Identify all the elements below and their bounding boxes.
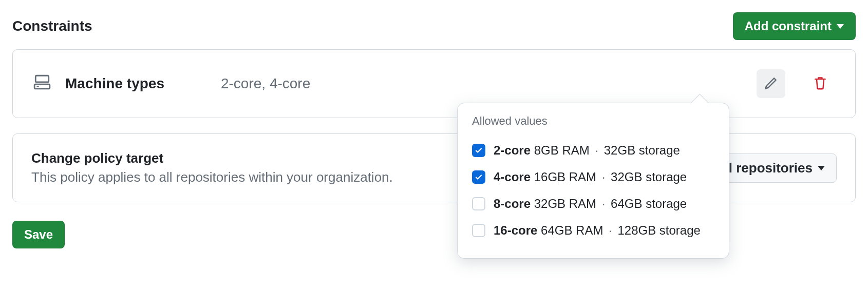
add-constraint-button[interactable]: Add constraint bbox=[733, 12, 856, 40]
allowed-values-popover: Allowed values 2-core 8GB RAM · 32GB sto… bbox=[457, 103, 729, 259]
machine-type-option[interactable]: 16-core 64GB RAM · 128GB storage bbox=[472, 217, 714, 244]
caret-down-icon bbox=[837, 24, 844, 29]
save-button[interactable]: Save bbox=[12, 221, 65, 248]
constraints-heading: Constraints bbox=[12, 18, 92, 34]
option-label: 4-core 16GB RAM · 32GB storage bbox=[494, 170, 687, 184]
machine-type-option[interactable]: 8-core 32GB RAM · 64GB storage bbox=[472, 190, 714, 217]
pencil-icon bbox=[764, 76, 778, 92]
policy-target-selector-label: All repositories bbox=[715, 160, 813, 176]
popover-title: Allowed values bbox=[472, 114, 714, 128]
constraint-summary: 2-core, 4-core bbox=[221, 75, 757, 92]
checkbox[interactable] bbox=[472, 197, 485, 210]
policy-target-description: This policy applies to all repositories … bbox=[31, 169, 393, 185]
policy-target-title: Change policy target bbox=[31, 150, 393, 166]
caret-down-icon bbox=[818, 166, 825, 170]
option-label: 2-core 8GB RAM · 32GB storage bbox=[494, 143, 680, 158]
delete-button[interactable] bbox=[806, 69, 835, 98]
machine-type-option[interactable]: 4-core 16GB RAM · 32GB storage bbox=[472, 164, 714, 190]
trash-icon bbox=[813, 76, 827, 92]
checkbox[interactable] bbox=[472, 144, 485, 157]
option-label: 16-core 64GB RAM · 128GB storage bbox=[494, 223, 701, 238]
checkbox[interactable] bbox=[472, 224, 485, 237]
machine-type-option[interactable]: 2-core 8GB RAM · 32GB storage bbox=[472, 137, 714, 164]
checkbox[interactable] bbox=[472, 170, 485, 184]
server-icon bbox=[33, 73, 51, 94]
constraint-row: Machine types 2-core, 4-core bbox=[12, 49, 856, 118]
add-constraint-label: Add constraint bbox=[745, 19, 832, 33]
constraint-name: Machine types bbox=[65, 75, 164, 92]
svg-rect-0 bbox=[35, 75, 49, 82]
option-label: 8-core 32GB RAM · 64GB storage bbox=[494, 197, 687, 211]
save-button-label: Save bbox=[24, 227, 53, 242]
edit-button[interactable] bbox=[757, 69, 785, 98]
